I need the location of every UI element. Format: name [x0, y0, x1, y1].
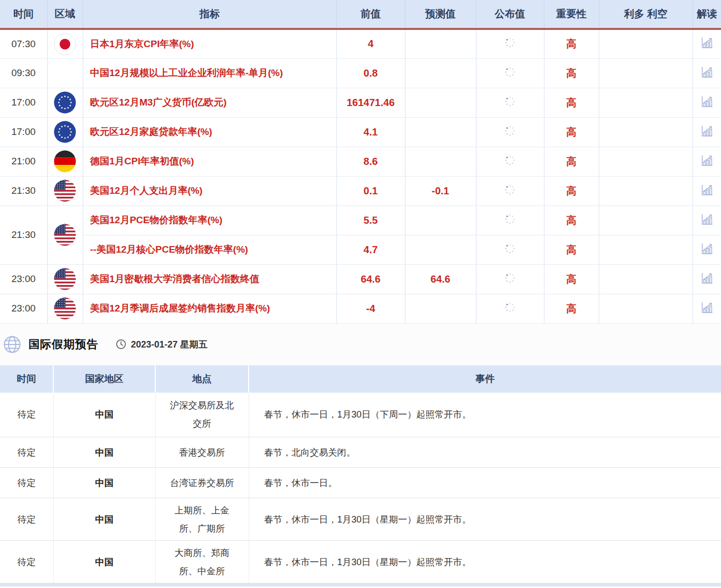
us-flag-icon	[54, 180, 76, 202]
published-value-cell	[476, 147, 544, 176]
indicator-name: 美国12月PCE物价指数年率(%)	[83, 205, 336, 235]
holiday-header-row: 时间国家地区地点事件	[0, 365, 721, 393]
region-flag-cell	[47, 294, 83, 323]
forecast-value	[405, 205, 476, 235]
holiday-country: 中国	[53, 468, 155, 498]
interpret-chart-icon[interactable]	[700, 95, 714, 108]
published-value-cell	[476, 264, 544, 294]
published-value-cell	[476, 58, 544, 88]
region-flag-cell	[47, 88, 83, 117]
interpret-chart-icon[interactable]	[700, 124, 714, 137]
interpret-chart-icon[interactable]	[700, 213, 714, 226]
holiday-row: 待定中国沪深交易所及北交所春节，休市一日，1月30日（下周一）起照常开市。	[0, 393, 721, 437]
previous-value: 4.1	[336, 117, 405, 147]
forecast-value	[405, 147, 476, 176]
bullish-bearish-cell	[599, 88, 693, 117]
eurozone-flag-icon	[54, 91, 76, 114]
forecast-value	[405, 88, 476, 117]
germany-flag-icon	[54, 150, 76, 172]
indicator-name: 美国12月季调后成屋签约销售指数月率(%)	[83, 294, 336, 323]
bullish-bearish-cell	[599, 58, 693, 88]
holiday-event: 春节，休市一日，1月30日（星期一）起照常开市。	[249, 498, 721, 541]
holiday-section-header: 国际假期预告 2023-01-27 星期五	[0, 324, 721, 365]
region-flag-cell	[47, 147, 83, 176]
calendar-row: 17:00欧元区12月M3广义货币(亿欧元)161471.46高	[0, 88, 721, 117]
holiday-venue: 台湾证券交易所	[155, 468, 249, 498]
interpret-chart-icon[interactable]	[700, 301, 714, 314]
holiday-country: 中国	[53, 541, 155, 583]
next-section-header-partial	[0, 583, 721, 586]
holiday-time: 待定	[0, 468, 53, 498]
calendar-row: 21:00德国1月CPI年率初值(%)8.6高	[0, 147, 721, 176]
holiday-venue: 沪深交易所及北交所	[155, 393, 249, 437]
holiday-row: 待定中国大商所、郑商所、中金所春节，休市一日，1月30日（星期一）起照常开市。	[0, 541, 721, 583]
holiday-country: 中国	[53, 498, 155, 541]
published-value-cell	[476, 235, 544, 264]
forecast-value	[405, 235, 476, 264]
holiday-time: 待定	[0, 437, 53, 468]
loading-spinner-icon	[504, 213, 516, 225]
importance-level: 高	[544, 205, 599, 235]
calendar-row: --美国12月核心PCE物价指数年率(%)4.7高	[0, 235, 721, 264]
calendar-row: 09:30中国12月规模以上工业企业利润年率-单月(%)0.8高	[0, 58, 721, 88]
importance-level: 高	[544, 29, 599, 58]
holiday-row: 待定中国上期所、上金所、广期所春节，休市一日，1月30日（星期一）起照常开市。	[0, 498, 721, 541]
interpret-cell	[693, 147, 721, 176]
interpret-chart-icon[interactable]	[700, 271, 714, 285]
holiday-row: 待定中国香港交易所春节，北向交易关闭。	[0, 437, 721, 468]
indicator-name: 欧元区12月M3广义货币(亿欧元)	[83, 88, 336, 117]
calendar-header-row: 时间区域指标前值预测值公布值重要性利多 利空解读	[0, 0, 721, 29]
holiday-section-title: 国际假期预告	[28, 337, 98, 352]
forecast-value	[405, 294, 476, 323]
holiday-event: 春节，休市一日。	[249, 468, 721, 498]
region-flag-cell	[47, 29, 83, 58]
importance-level: 高	[544, 117, 599, 147]
region-flag-cell	[47, 205, 83, 264]
interpret-chart-icon[interactable]	[700, 242, 714, 255]
event-time: 17:00	[0, 88, 47, 117]
calendar-row: 23:00美国12月季调后成屋签约销售指数月率(%)-4高	[0, 294, 721, 323]
calendar-column-header: 解读	[693, 0, 721, 29]
event-time: 21:30	[0, 205, 47, 264]
published-value-cell	[476, 205, 544, 235]
calendar-column-header: 预测值	[405, 0, 476, 29]
calendar-row: 23:00美国1月密歇根大学消费者信心指数终值64.664.6高	[0, 264, 721, 294]
event-time: 23:00	[0, 294, 47, 323]
previous-value: 161471.46	[336, 88, 405, 117]
holiday-column-header: 地点	[155, 365, 249, 393]
interpret-cell	[693, 29, 721, 58]
loading-spinner-icon	[504, 66, 516, 78]
calendar-column-header: 前值	[336, 0, 405, 29]
calendar-column-header: 利多 利空	[599, 0, 693, 29]
eurozone-flag-icon	[54, 121, 76, 143]
interpret-chart-icon[interactable]	[700, 154, 714, 167]
economic-calendar-page: 时间区域指标前值预测值公布值重要性利多 利空解读 07:30日本1月东京CPI年…	[0, 0, 721, 586]
calendar-column-header: 区域	[47, 0, 83, 29]
previous-value: 4.7	[336, 235, 405, 264]
published-value-cell	[476, 176, 544, 205]
forecast-value	[405, 29, 476, 58]
previous-value: 8.6	[336, 147, 405, 176]
interpret-chart-icon[interactable]	[700, 36, 714, 49]
interpret-chart-icon[interactable]	[700, 183, 714, 196]
holiday-column-header: 时间	[0, 365, 53, 393]
holiday-time: 待定	[0, 393, 53, 437]
previous-value: 0.8	[336, 58, 405, 88]
calendar-row: 17:00欧元区12月家庭贷款年率(%)4.1高	[0, 117, 721, 147]
holiday-venue: 大商所、郑商所、中金所	[155, 541, 249, 583]
importance-level: 高	[544, 147, 599, 176]
indicator-name: 德国1月CPI年率初值(%)	[83, 147, 336, 176]
loading-spinner-icon	[504, 37, 516, 49]
holiday-venue: 香港交易所	[155, 437, 249, 468]
us-flag-icon	[54, 268, 76, 290]
calendar-row: 21:30美国12月个人支出月率(%)0.1-0.1高	[0, 176, 721, 205]
calendar-column-header: 公布值	[476, 0, 544, 29]
calendar-row: 21:30美国12月PCE物价指数年率(%)5.5高	[0, 205, 721, 235]
calendar-row: 07:30日本1月东京CPI年率(%)4高	[0, 29, 721, 58]
holiday-event: 春节，休市一日，1月30日（星期一）起照常开市。	[249, 541, 721, 583]
interpret-chart-icon[interactable]	[700, 65, 714, 79]
clock-icon	[116, 339, 126, 350]
published-value-cell	[476, 117, 544, 147]
forecast-value: -0.1	[405, 176, 476, 205]
us-flag-icon	[54, 297, 76, 320]
